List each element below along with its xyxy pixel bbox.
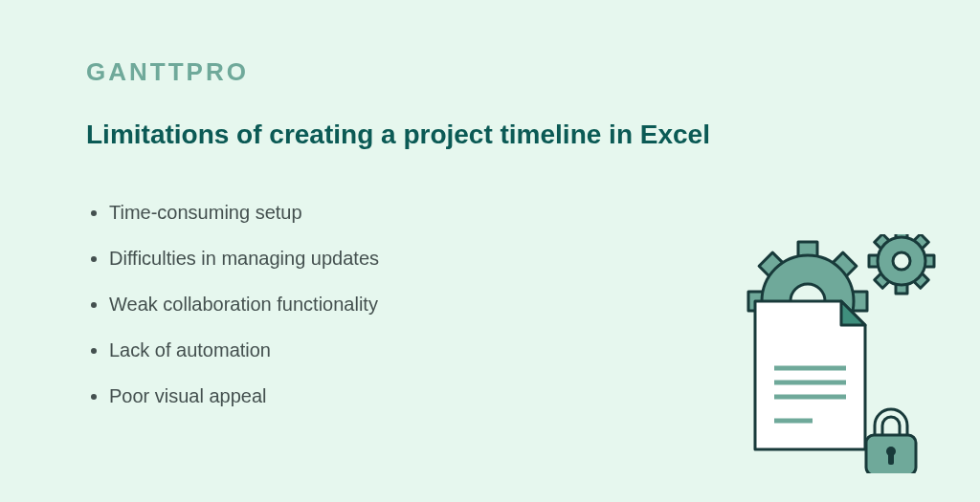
svg-point-19 [893, 252, 910, 270]
brand-logo: GANTTPRO [86, 57, 894, 87]
gear-small-icon [869, 234, 934, 294]
document-icon [755, 301, 865, 449]
lock-icon [866, 409, 916, 473]
page-title: Limitations of creating a project timeli… [86, 120, 894, 150]
list-item: Time-consuming setup [109, 200, 894, 225]
svg-rect-26 [888, 453, 894, 465]
document-gears-lock-illustration [702, 234, 942, 473]
